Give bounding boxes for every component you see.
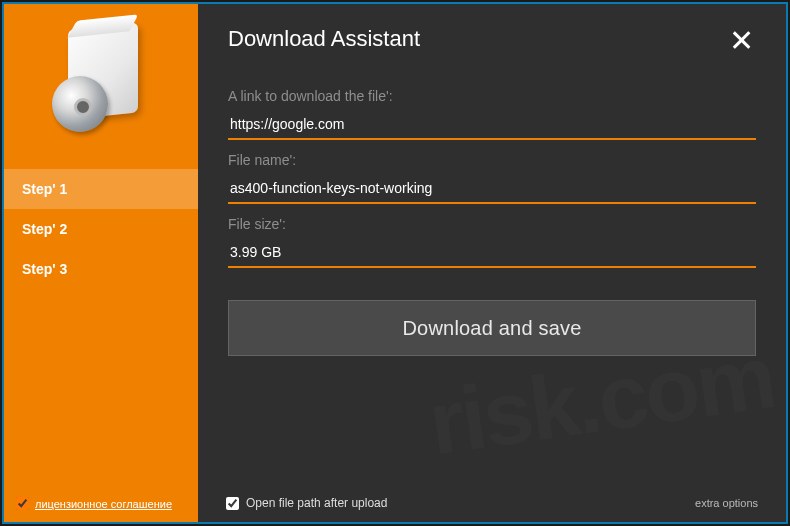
filesize-input[interactable] [228, 238, 756, 268]
filesize-label: File size': [228, 216, 756, 232]
installer-icon [46, 24, 156, 134]
app-window: Step' 1 Step' 2 Step' 3 лицензионное сог… [2, 2, 788, 524]
sidebar: Step' 1 Step' 2 Step' 3 лицензионное сог… [4, 4, 198, 522]
filename-input[interactable] [228, 174, 756, 204]
close-icon[interactable]: ✕ [727, 26, 756, 56]
title-row: Download Assistant ✕ [228, 26, 756, 76]
step-2[interactable]: Step' 2 [4, 209, 198, 249]
link-input[interactable] [228, 110, 756, 140]
open-path-checkbox[interactable] [226, 497, 239, 510]
link-label: A link to download the file': [228, 88, 756, 104]
open-path-label: Open file path after upload [246, 496, 387, 510]
step-1[interactable]: Step' 1 [4, 169, 198, 209]
step-3[interactable]: Step' 3 [4, 249, 198, 289]
main-panel: Download Assistant ✕ A link to download … [198, 4, 786, 522]
download-button[interactable]: Download and save [228, 300, 756, 356]
license-row: лицензионное соглашение [16, 497, 172, 510]
footer: Open file path after upload extra option… [226, 496, 758, 510]
extra-options-link[interactable]: extra options [695, 497, 758, 509]
filename-label: File name': [228, 152, 756, 168]
page-title: Download Assistant [228, 26, 420, 52]
license-checkbox[interactable] [16, 497, 29, 510]
steps-list: Step' 1 Step' 2 Step' 3 [4, 169, 198, 289]
license-link[interactable]: лицензионное соглашение [35, 498, 172, 510]
open-path-row[interactable]: Open file path after upload [226, 496, 387, 510]
